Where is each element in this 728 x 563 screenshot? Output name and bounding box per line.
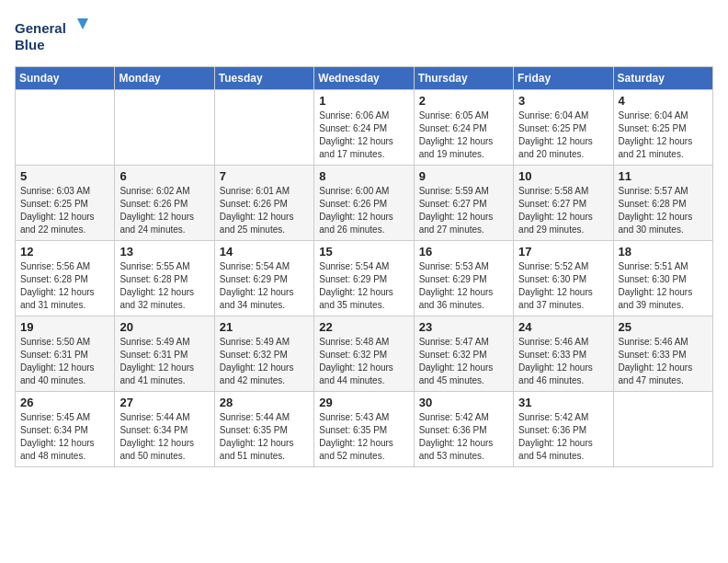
day-number: 2 bbox=[419, 94, 508, 108]
day-number: 29 bbox=[319, 396, 408, 409]
day-info: Sunrise: 5:56 AM Sunset: 6:28 PM Dayligh… bbox=[20, 260, 109, 312]
day-number: 20 bbox=[119, 320, 209, 334]
page-header: General Blue bbox=[15, 15, 713, 55]
day-info: Sunrise: 5:57 AM Sunset: 6:28 PM Dayligh… bbox=[619, 185, 708, 236]
calendar-cell: 31 Sunrise: 5:42 AM Sunset: 6:36 PM Dayl… bbox=[514, 392, 613, 467]
calendar-cell: 14 Sunrise: 5:54 AM Sunset: 6:29 PM Dayl… bbox=[214, 241, 313, 316]
calendar-cell: 3 Sunrise: 6:04 AM Sunset: 6:25 PM Dayli… bbox=[514, 90, 613, 166]
calendar-cell: 7 Sunrise: 6:01 AM Sunset: 6:26 PM Dayli… bbox=[214, 166, 313, 241]
week-row-1: 1 Sunrise: 6:06 AM Sunset: 6:24 PM Dayli… bbox=[16, 90, 713, 166]
calendar-cell: 25 Sunrise: 5:46 AM Sunset: 6:33 PM Dayl… bbox=[613, 316, 712, 392]
calendar-cell: 8 Sunrise: 6:00 AM Sunset: 6:26 PM Dayli… bbox=[314, 166, 414, 241]
svg-text:General: General bbox=[15, 20, 66, 36]
day-number: 14 bbox=[220, 245, 309, 259]
calendar-cell: 15 Sunrise: 5:54 AM Sunset: 6:29 PM Dayl… bbox=[314, 241, 414, 316]
day-number: 13 bbox=[119, 245, 209, 259]
weekday-header-tuesday: Tuesday bbox=[214, 67, 313, 90]
day-number: 11 bbox=[619, 169, 708, 183]
calendar-cell: 9 Sunrise: 5:59 AM Sunset: 6:27 PM Dayli… bbox=[414, 166, 513, 241]
day-info: Sunrise: 5:49 AM Sunset: 6:31 PM Dayligh… bbox=[119, 336, 209, 387]
svg-marker-2 bbox=[77, 18, 88, 29]
calendar-cell bbox=[115, 90, 214, 166]
calendar-cell: 23 Sunrise: 5:47 AM Sunset: 6:32 PM Dayl… bbox=[414, 316, 513, 392]
day-info: Sunrise: 5:44 AM Sunset: 6:34 PM Dayligh… bbox=[119, 411, 209, 463]
day-info: Sunrise: 6:01 AM Sunset: 6:26 PM Dayligh… bbox=[220, 185, 309, 236]
day-info: Sunrise: 5:59 AM Sunset: 6:27 PM Dayligh… bbox=[419, 185, 508, 236]
weekday-header-wednesday: Wednesday bbox=[314, 67, 414, 90]
calendar-cell: 13 Sunrise: 5:55 AM Sunset: 6:28 PM Dayl… bbox=[115, 241, 214, 316]
day-info: Sunrise: 5:47 AM Sunset: 6:32 PM Dayligh… bbox=[419, 336, 508, 387]
day-number: 12 bbox=[20, 245, 109, 259]
calendar-cell: 30 Sunrise: 5:42 AM Sunset: 6:36 PM Dayl… bbox=[414, 392, 513, 467]
calendar-cell: 6 Sunrise: 6:02 AM Sunset: 6:26 PM Dayli… bbox=[115, 166, 214, 241]
weekday-header-friday: Friday bbox=[514, 67, 613, 90]
day-info: Sunrise: 5:50 AM Sunset: 6:31 PM Dayligh… bbox=[20, 336, 109, 387]
calendar-cell bbox=[613, 392, 712, 467]
day-number: 18 bbox=[619, 245, 708, 259]
day-info: Sunrise: 5:42 AM Sunset: 6:36 PM Dayligh… bbox=[518, 411, 608, 463]
day-info: Sunrise: 5:58 AM Sunset: 6:27 PM Dayligh… bbox=[518, 185, 608, 236]
day-number: 4 bbox=[619, 94, 708, 108]
day-number: 27 bbox=[119, 396, 209, 409]
calendar-cell: 5 Sunrise: 6:03 AM Sunset: 6:25 PM Dayli… bbox=[16, 166, 115, 241]
calendar-cell bbox=[214, 90, 313, 166]
week-row-4: 19 Sunrise: 5:50 AM Sunset: 6:31 PM Dayl… bbox=[16, 316, 713, 392]
calendar-cell: 29 Sunrise: 5:43 AM Sunset: 6:35 PM Dayl… bbox=[314, 392, 414, 467]
day-number: 24 bbox=[518, 320, 608, 334]
calendar-cell: 2 Sunrise: 6:05 AM Sunset: 6:24 PM Dayli… bbox=[414, 90, 513, 166]
day-info: Sunrise: 5:43 AM Sunset: 6:35 PM Dayligh… bbox=[319, 411, 408, 463]
calendar-cell: 16 Sunrise: 5:53 AM Sunset: 6:29 PM Dayl… bbox=[414, 241, 513, 316]
day-number: 17 bbox=[518, 245, 608, 259]
day-info: Sunrise: 5:52 AM Sunset: 6:30 PM Dayligh… bbox=[518, 260, 608, 312]
weekday-header-row: SundayMondayTuesdayWednesdayThursdayFrid… bbox=[16, 67, 713, 90]
day-info: Sunrise: 5:55 AM Sunset: 6:28 PM Dayligh… bbox=[119, 260, 209, 312]
day-number: 8 bbox=[319, 169, 408, 183]
day-number: 22 bbox=[319, 320, 408, 334]
day-number: 15 bbox=[319, 245, 408, 259]
day-number: 26 bbox=[20, 396, 109, 409]
day-info: Sunrise: 6:03 AM Sunset: 6:25 PM Dayligh… bbox=[20, 185, 109, 236]
day-number: 5 bbox=[20, 169, 109, 183]
day-info: Sunrise: 5:54 AM Sunset: 6:29 PM Dayligh… bbox=[319, 260, 408, 312]
day-info: Sunrise: 5:45 AM Sunset: 6:34 PM Dayligh… bbox=[20, 411, 109, 463]
day-info: Sunrise: 5:51 AM Sunset: 6:30 PM Dayligh… bbox=[619, 260, 708, 312]
day-number: 1 bbox=[319, 94, 408, 108]
day-number: 3 bbox=[518, 94, 608, 108]
day-number: 9 bbox=[419, 169, 508, 183]
calendar-cell bbox=[16, 90, 115, 166]
day-info: Sunrise: 5:42 AM Sunset: 6:36 PM Dayligh… bbox=[419, 411, 508, 463]
calendar-cell: 18 Sunrise: 5:51 AM Sunset: 6:30 PM Dayl… bbox=[613, 241, 712, 316]
day-info: Sunrise: 6:06 AM Sunset: 6:24 PM Dayligh… bbox=[319, 109, 408, 161]
week-row-3: 12 Sunrise: 5:56 AM Sunset: 6:28 PM Dayl… bbox=[16, 241, 713, 316]
day-number: 31 bbox=[518, 396, 608, 409]
day-number: 25 bbox=[619, 320, 708, 334]
day-number: 6 bbox=[119, 169, 209, 183]
calendar-cell: 11 Sunrise: 5:57 AM Sunset: 6:28 PM Dayl… bbox=[613, 166, 712, 241]
day-info: Sunrise: 5:46 AM Sunset: 6:33 PM Dayligh… bbox=[518, 336, 608, 387]
logo: General Blue bbox=[15, 15, 88, 55]
day-number: 21 bbox=[220, 320, 309, 334]
svg-text:Blue: Blue bbox=[15, 37, 45, 52]
calendar-cell: 20 Sunrise: 5:49 AM Sunset: 6:31 PM Dayl… bbox=[115, 316, 214, 392]
calendar-cell: 12 Sunrise: 5:56 AM Sunset: 6:28 PM Dayl… bbox=[16, 241, 115, 316]
day-info: Sunrise: 6:05 AM Sunset: 6:24 PM Dayligh… bbox=[419, 109, 508, 161]
day-info: Sunrise: 6:00 AM Sunset: 6:26 PM Dayligh… bbox=[319, 185, 408, 236]
calendar-cell: 17 Sunrise: 5:52 AM Sunset: 6:30 PM Dayl… bbox=[514, 241, 613, 316]
day-number: 7 bbox=[220, 169, 309, 183]
weekday-header-sunday: Sunday bbox=[16, 67, 115, 90]
weekday-header-thursday: Thursday bbox=[414, 67, 513, 90]
day-number: 30 bbox=[419, 396, 508, 409]
calendar-cell: 28 Sunrise: 5:44 AM Sunset: 6:35 PM Dayl… bbox=[214, 392, 313, 467]
calendar-cell: 24 Sunrise: 5:46 AM Sunset: 6:33 PM Dayl… bbox=[514, 316, 613, 392]
day-info: Sunrise: 5:44 AM Sunset: 6:35 PM Dayligh… bbox=[220, 411, 309, 463]
calendar-cell: 10 Sunrise: 5:58 AM Sunset: 6:27 PM Dayl… bbox=[514, 166, 613, 241]
calendar-table: SundayMondayTuesdayWednesdayThursdayFrid… bbox=[15, 66, 713, 467]
calendar-cell: 21 Sunrise: 5:49 AM Sunset: 6:32 PM Dayl… bbox=[214, 316, 313, 392]
day-info: Sunrise: 5:54 AM Sunset: 6:29 PM Dayligh… bbox=[220, 260, 309, 312]
day-info: Sunrise: 6:02 AM Sunset: 6:26 PM Dayligh… bbox=[119, 185, 209, 236]
day-number: 10 bbox=[518, 169, 608, 183]
day-info: Sunrise: 5:49 AM Sunset: 6:32 PM Dayligh… bbox=[220, 336, 309, 387]
calendar-cell: 22 Sunrise: 5:48 AM Sunset: 6:32 PM Dayl… bbox=[314, 316, 414, 392]
calendar-cell: 1 Sunrise: 6:06 AM Sunset: 6:24 PM Dayli… bbox=[314, 90, 414, 166]
day-info: Sunrise: 5:53 AM Sunset: 6:29 PM Dayligh… bbox=[419, 260, 508, 312]
